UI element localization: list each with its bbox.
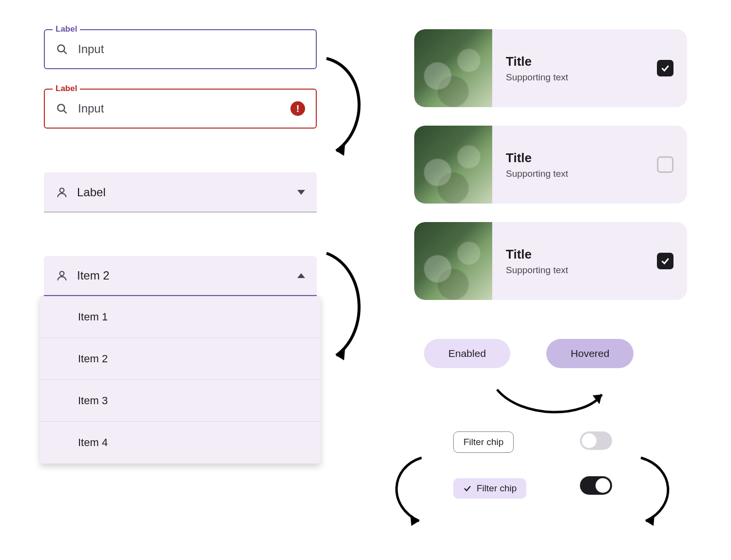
textfield-outlined-error[interactable]: Label ! — [44, 89, 317, 129]
chip-label: Filter chip — [477, 483, 517, 494]
svg-point-4 — [60, 188, 64, 192]
list-item-title: Title — [506, 150, 657, 166]
filter-chip-selected[interactable]: Filter chip — [453, 478, 526, 499]
arrow-icon — [385, 453, 439, 533]
chip-label: Filter chip — [463, 437, 503, 448]
list-item[interactable]: Title Supporting text — [414, 126, 687, 204]
menu-item[interactable]: Item 4 — [40, 422, 321, 464]
caret-up-icon — [297, 273, 305, 278]
thumbnail-image — [414, 222, 492, 300]
list-item[interactable]: Title Supporting text — [414, 222, 687, 300]
switch-on[interactable] — [580, 476, 612, 495]
list-item-subtitle: Supporting text — [506, 265, 657, 276]
list-item-title: Title — [506, 54, 657, 69]
person-icon — [56, 269, 68, 282]
svg-point-0 — [58, 45, 64, 52]
checkbox[interactable] — [657, 253, 673, 269]
caret-down-icon — [297, 190, 305, 195]
svg-marker-10 — [646, 515, 654, 526]
search-icon — [56, 102, 68, 115]
menu-item[interactable]: Item 3 — [40, 380, 321, 422]
list-item-subtitle: Supporting text — [506, 168, 657, 179]
switch-off[interactable] — [580, 431, 612, 450]
select-open[interactable]: Item 2 — [44, 256, 317, 296]
svg-marker-9 — [410, 515, 419, 526]
select-closed[interactable]: Label — [44, 172, 317, 212]
svg-point-5 — [60, 271, 64, 276]
filter-chip-outlined[interactable]: Filter chip — [453, 431, 514, 453]
menu-item[interactable]: Item 1 — [40, 296, 321, 338]
arrow-icon — [629, 453, 682, 533]
textfield-input[interactable] — [77, 42, 305, 56]
thumbnail-image — [414, 29, 492, 107]
arrow-icon — [492, 385, 614, 426]
search-icon — [56, 43, 68, 56]
textfield-label: Label — [53, 24, 80, 34]
svg-point-2 — [58, 104, 64, 111]
error-icon: ! — [290, 101, 305, 116]
menu-item[interactable]: Item 2 — [40, 338, 321, 380]
check-icon — [463, 484, 472, 493]
svg-line-3 — [64, 111, 66, 113]
checkbox[interactable] — [657, 156, 673, 173]
arrow-icon — [322, 248, 375, 367]
button-enabled[interactable]: Enabled — [424, 339, 510, 368]
list-item[interactable]: Title Supporting text — [414, 29, 687, 107]
svg-line-1 — [64, 51, 66, 54]
textfield-error-label: Label — [53, 84, 80, 93]
arrow-icon — [322, 54, 375, 163]
button-hovered[interactable]: Hovered — [546, 339, 634, 368]
person-icon — [56, 186, 68, 199]
select-open-label: Item 2 — [77, 269, 289, 282]
list-item-title: Title — [506, 247, 657, 262]
checkbox[interactable] — [657, 60, 673, 76]
list-item-subtitle: Supporting text — [506, 72, 657, 83]
textfield-error-input[interactable] — [77, 101, 282, 116]
select-menu: Item 1 Item 2 Item 3 Item 4 — [40, 296, 321, 464]
thumbnail-image — [414, 126, 492, 204]
select-closed-label: Label — [77, 186, 289, 199]
textfield-outlined[interactable]: Label — [44, 29, 317, 69]
